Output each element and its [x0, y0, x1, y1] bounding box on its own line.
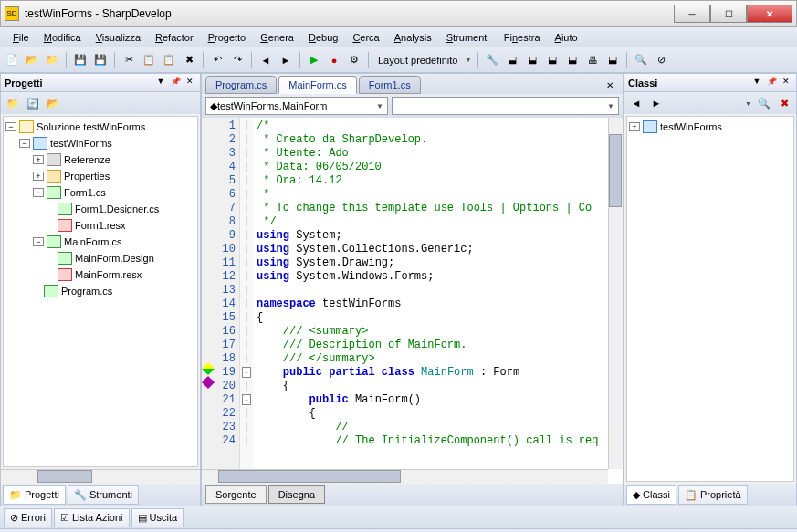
scrollbar-thumb[interactable]	[218, 470, 401, 483]
panel-dropdown-icon[interactable]: ▼	[750, 77, 763, 89]
search-stop-icon[interactable]: ⊘	[653, 52, 669, 68]
menu-file[interactable]: File	[5, 30, 37, 45]
tool-icon-4[interactable]: ⬓	[544, 52, 561, 68]
open-icon[interactable]: 📂	[24, 52, 40, 68]
paste-icon[interactable]: 📋	[161, 52, 177, 68]
save-icon[interactable]: 💾	[72, 52, 89, 68]
tab-sorgente[interactable]: Sorgente	[205, 485, 267, 504]
tool-icon-5[interactable]: ⬓	[564, 52, 581, 68]
show-all-icon[interactable]: 📁	[5, 95, 21, 111]
tree-toggle[interactable]: −	[33, 237, 44, 246]
tool-icon-1[interactable]: 🔧	[484, 52, 500, 68]
program-label[interactable]: Program.cs	[61, 286, 112, 297]
tool-icon-6[interactable]: 🖶	[584, 52, 601, 68]
close-button[interactable]: ✕	[747, 5, 792, 23]
mainform-designer-label[interactable]: MainForm.Design	[75, 253, 154, 264]
nav-forward-icon[interactable]: ►	[278, 52, 294, 68]
panel-close-icon[interactable]: ✕	[780, 77, 792, 89]
maximize-button[interactable]: ☐	[710, 5, 747, 23]
panel-dropdown-icon[interactable]: ▼	[154, 77, 167, 89]
vertical-scrollbar[interactable]	[608, 118, 623, 469]
tab-uscita[interactable]: ▤Uscita	[131, 508, 184, 527]
run-icon[interactable]: ▶	[306, 52, 322, 68]
solution-label[interactable]: Soluzione testWinForms	[37, 121, 145, 132]
tree-toggle[interactable]: +	[33, 155, 44, 164]
tree-toggle[interactable]: −	[5, 122, 16, 131]
menu-modifica[interactable]: Modifica	[37, 30, 89, 45]
scrollbar-thumb[interactable]	[37, 470, 92, 483]
code-text[interactable]: /* * Creato da SharpDevelop. * Utente: A…	[253, 118, 623, 484]
tab-progetti[interactable]: 📁Progetti	[3, 485, 66, 505]
tree-toggle[interactable]: −	[33, 188, 44, 197]
class-combo[interactable]: ◆ testWinForms.MainForm ▼	[205, 97, 388, 115]
collapse-icon[interactable]: 📂	[45, 95, 61, 111]
panel-close-icon[interactable]: ✕	[184, 77, 196, 89]
tree-toggle[interactable]: +	[33, 172, 44, 181]
tool-icon-2[interactable]: ⬓	[504, 52, 520, 68]
member-combo[interactable]: ▼	[392, 97, 619, 115]
menu-aiuto[interactable]: Aiuto	[548, 30, 585, 45]
code-editor[interactable]: 123456789101112131415161718192021222324 …	[202, 118, 623, 484]
tool-icon-3[interactable]: ⬓	[524, 52, 540, 68]
delete-icon[interactable]: ✖	[181, 52, 197, 68]
tab-mainform[interactable]: MainForm.cs	[278, 76, 357, 94]
search-icon[interactable]: 🔍	[756, 95, 772, 111]
form1-designer-label[interactable]: Form1.Designer.cs	[75, 203, 159, 214]
save-all-icon[interactable]: 💾	[92, 52, 109, 68]
panel-pin-icon[interactable]: 📌	[765, 77, 778, 89]
undo-icon[interactable]: ↶	[209, 52, 225, 68]
cut-icon[interactable]: ✂	[121, 52, 137, 68]
tab-disegna[interactable]: Disegna	[268, 485, 325, 504]
nav-back-icon[interactable]: ◄	[257, 52, 274, 68]
dropdown-icon[interactable]: ▼	[745, 100, 752, 107]
tab-errori[interactable]: ⊘Errori	[4, 508, 52, 527]
menu-debug[interactable]: Debug	[301, 30, 345, 45]
mainform-label[interactable]: MainForm.cs	[64, 236, 122, 247]
tab-close-icon[interactable]: ✕	[601, 78, 619, 92]
redo-icon[interactable]: ↷	[229, 52, 246, 68]
refresh-icon[interactable]: 🔄	[25, 95, 41, 111]
build-icon[interactable]: ⚙	[346, 52, 362, 68]
tree-toggle[interactable]: +	[629, 122, 640, 131]
menu-visualizza[interactable]: Visualizza	[89, 30, 148, 45]
panel-pin-icon[interactable]: 📌	[169, 77, 182, 89]
clear-icon[interactable]: ✖	[776, 95, 792, 111]
fold-column[interactable]: ││││││││││││││││││-│-│││	[240, 118, 253, 484]
menu-genera[interactable]: Genera	[253, 30, 301, 45]
tab-classi[interactable]: ◆Classi	[626, 485, 676, 505]
menu-strumenti[interactable]: Strumenti	[439, 30, 497, 45]
new-file-icon[interactable]: 📄	[4, 52, 20, 68]
tab-program[interactable]: Program.cs	[205, 76, 277, 94]
minimize-button[interactable]: ─	[674, 5, 710, 23]
form1-resx-label[interactable]: Form1.resx	[75, 220, 126, 231]
layout-dropdown-icon[interactable]: ▼	[465, 57, 472, 63]
open-project-icon[interactable]: 📁	[44, 52, 60, 68]
menu-refactor[interactable]: Refactor	[148, 30, 201, 45]
tool-icon-7[interactable]: ⬓	[604, 52, 621, 68]
stop-icon[interactable]: ●	[326, 52, 342, 68]
copy-icon[interactable]: 📋	[141, 52, 157, 68]
menu-cerca[interactable]: Cerca	[345, 30, 386, 45]
mainform-resx-label[interactable]: MainForm.resx	[75, 269, 142, 280]
class-root-label[interactable]: testWinForms	[660, 121, 722, 132]
horizontal-scrollbar[interactable]	[202, 469, 608, 484]
layout-label[interactable]: Layout predefinito	[374, 55, 461, 66]
tab-strumenti[interactable]: 🔧Strumenti	[68, 485, 139, 505]
references-label[interactable]: Referenze	[64, 154, 110, 165]
project-label[interactable]: testWinForms	[50, 138, 112, 149]
class-tree[interactable]: +testWinForms	[626, 116, 794, 482]
nav-forward-icon[interactable]: ►	[648, 95, 665, 111]
search-icon[interactable]: 🔍	[633, 52, 649, 68]
properties-label[interactable]: Properties	[64, 171, 110, 182]
tree-toggle[interactable]: −	[19, 139, 30, 148]
menu-finestra[interactable]: Finestra	[497, 30, 548, 45]
nav-back-icon[interactable]: ◄	[628, 95, 645, 111]
form1-label[interactable]: Form1.cs	[64, 187, 106, 198]
tab-proprieta[interactable]: 📋Proprietà	[678, 485, 748, 505]
tab-lista-azioni[interactable]: ☑Lista Azioni	[54, 508, 130, 527]
menu-analysis[interactable]: Analysis	[387, 30, 439, 45]
scrollbar-thumb[interactable]	[609, 134, 622, 207]
project-tree[interactable]: −Soluzione testWinForms −testWinForms +R…	[3, 116, 198, 467]
tab-form1[interactable]: Form1.cs	[359, 76, 421, 94]
menu-progetto[interactable]: Progetto	[201, 30, 254, 45]
